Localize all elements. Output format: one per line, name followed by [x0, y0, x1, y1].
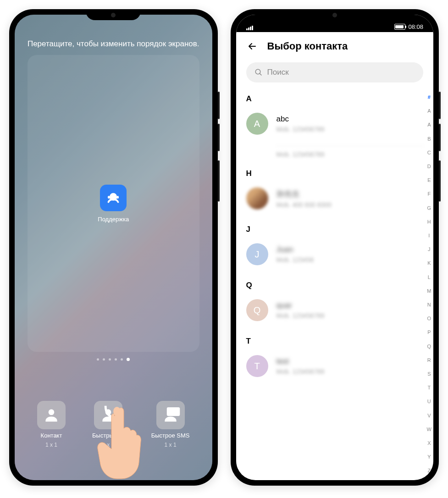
page-dot[interactable] — [109, 358, 111, 361]
index-letter[interactable]: C — [427, 149, 431, 157]
widget-label: Контакт — [41, 432, 62, 439]
phone-frame-left: Перетащите, чтобы изменить порядок экран… — [9, 9, 218, 486]
index-letter[interactable]: A — [427, 121, 431, 129]
search-placeholder: Поиск — [267, 68, 289, 77]
page-indicator — [15, 358, 212, 361]
support-app-icon — [100, 185, 127, 211]
index-letter[interactable]: D — [427, 163, 431, 170]
avatar — [246, 187, 268, 209]
search-input[interactable]: Поиск — [246, 62, 424, 82]
contact-row[interactable]: JJuanMob. 123456 — [246, 239, 424, 270]
screen-preview[interactable]: Поддержка — [28, 55, 199, 352]
section-header: Q — [246, 281, 424, 290]
index-letter[interactable]: # — [427, 93, 431, 101]
home-editor-screen: Перетащите, чтобы изменить порядок экран… — [15, 15, 212, 480]
widget-tray: Контакт1 x 1Быстрый зв1 x 1Быстрое SMS1 … — [15, 401, 212, 448]
contact-detail: Mob. 400 830 8300 — [277, 201, 424, 208]
contact-widget-icon — [94, 401, 122, 429]
index-letter[interactable]: U — [427, 398, 431, 405]
contact-picker-screen: 08:08 Выбор контакта Поиск AAabcMob. 123… — [236, 15, 434, 480]
volume-down-button[interactable] — [218, 124, 220, 151]
avatar: J — [246, 243, 268, 265]
widget-size: 1 x 1 — [45, 442, 57, 448]
page-dot[interactable] — [97, 358, 99, 361]
widget-item[interactable]: Быстрый зв1 x 1 — [92, 401, 125, 448]
index-letter[interactable]: L — [427, 274, 431, 281]
index-letter[interactable]: Q — [427, 343, 431, 350]
app-shortcut[interactable]: Поддержка — [98, 185, 129, 223]
index-letter[interactable]: R — [427, 356, 431, 364]
clock: 08:08 — [408, 23, 423, 30]
index-letter[interactable]: W — [427, 426, 431, 433]
page-title: Выбор контакта — [267, 40, 348, 52]
contact-name: test — [277, 357, 424, 366]
search-icon — [254, 68, 263, 77]
index-letter[interactable]: P — [427, 328, 431, 336]
back-button[interactable] — [246, 40, 258, 52]
power-button[interactable] — [218, 160, 220, 202]
volume-down-button[interactable] — [439, 124, 441, 151]
contact-detail[interactable]: Mob. 123456789 — [277, 146, 424, 158]
widget-item[interactable]: Быстрое SMS1 x 1 — [151, 401, 190, 448]
status-bar: 08:08 — [236, 15, 434, 32]
index-letter[interactable]: K — [427, 259, 431, 267]
drag-hint-text: Перетащите, чтобы изменить порядок экран… — [15, 39, 212, 49]
index-letter[interactable]: X — [427, 439, 431, 447]
index-letter[interactable]: F — [427, 190, 431, 198]
phone-frame-right: 08:08 Выбор контакта Поиск AAabcMob. 123… — [231, 9, 439, 486]
avatar: T — [246, 355, 268, 377]
index-letter[interactable]: M — [427, 287, 431, 295]
index-letter[interactable]: Y — [427, 453, 431, 461]
widget-size: 1 x 1 — [102, 442, 114, 448]
index-letter[interactable]: S — [427, 370, 431, 378]
index-letter[interactable]: O — [427, 315, 431, 323]
widget-item[interactable]: Контакт1 x 1 — [37, 401, 66, 448]
index-letter[interactable]: H — [427, 218, 431, 226]
index-letter[interactable]: I — [427, 232, 431, 240]
svg-rect-1 — [108, 196, 110, 198]
index-letter[interactable]: Z — [427, 467, 431, 475]
contact-row[interactable]: QquarMob. 123456789 — [246, 295, 424, 326]
index-letter[interactable]: V — [427, 412, 431, 420]
section-header: T — [246, 337, 424, 346]
volume-up-button[interactable] — [439, 92, 441, 119]
index-letter[interactable]: B — [427, 135, 431, 143]
index-letter[interactable]: A — [427, 107, 431, 115]
alphabet-index[interactable]: #AABCDEFGHIJKLMNOPQRSTUVWXYZ — [427, 92, 431, 476]
widget-size: 1 x 1 — [165, 442, 177, 448]
contact-name: Juan — [277, 245, 424, 254]
page-dot[interactable] — [103, 358, 105, 361]
svg-rect-2 — [117, 196, 119, 198]
power-button[interactable] — [439, 160, 441, 202]
contact-detail: Mob. 123456789 — [277, 312, 424, 319]
index-letter[interactable]: N — [427, 301, 431, 309]
svg-point-3 — [49, 409, 55, 415]
index-letter[interactable]: J — [427, 246, 431, 253]
widget-label: Быстрое SMS — [151, 432, 190, 439]
avatar: Q — [246, 299, 268, 321]
volume-up-button[interactable] — [218, 92, 220, 119]
page-dot[interactable] — [115, 358, 117, 361]
contact-detail: Mob. 123456789 — [277, 126, 424, 133]
section-header: A — [246, 94, 424, 104]
page-dot[interactable] — [121, 358, 123, 361]
index-letter[interactable]: G — [427, 204, 431, 212]
contact-name: abc — [277, 115, 424, 124]
contact-name: quar — [277, 301, 424, 310]
contact-row[interactable]: TtestMob. 123456789 — [246, 350, 424, 382]
section-header: J — [246, 225, 424, 234]
widget-label: Быстрый зв — [92, 432, 125, 439]
battery-icon — [394, 24, 405, 30]
contact-widget-icon — [37, 401, 66, 429]
index-letter[interactable]: E — [427, 176, 431, 184]
index-letter[interactable]: T — [427, 384, 431, 392]
header-bar: Выбор контакта — [236, 32, 434, 59]
signal-icon — [246, 26, 253, 30]
page-dot[interactable] — [127, 358, 130, 361]
contact-row[interactable]: 孙先生Mob. 400 830 8300 — [246, 183, 424, 214]
contact-row[interactable]: AabcMob. 123456789 — [246, 108, 424, 139]
contact-widget-icon — [156, 401, 185, 429]
contact-list[interactable]: AAabcMob. 123456789Mob. 123456789H孙先生Mob… — [236, 88, 434, 480]
svg-rect-6 — [166, 407, 180, 416]
contact-detail: Mob. 123456789 — [277, 368, 424, 375]
